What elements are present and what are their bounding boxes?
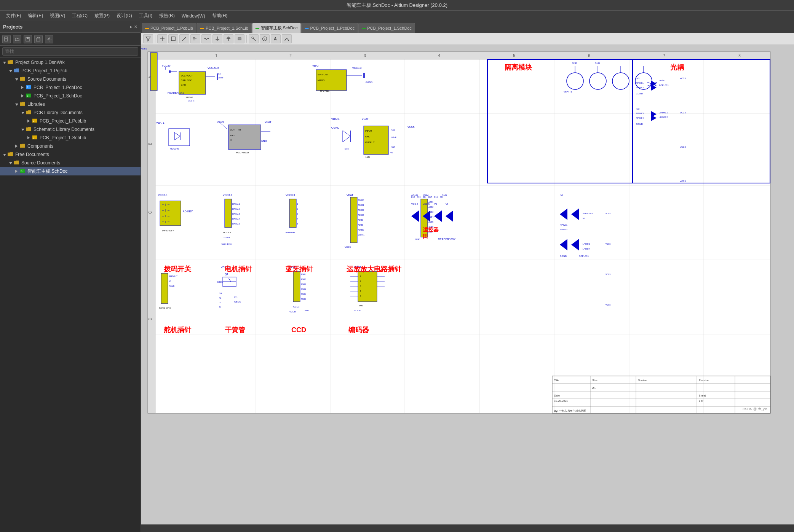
svg-text:GGND: GGND <box>366 81 373 83</box>
menu-item-WindowW[interactable]: Window(W) <box>179 13 208 19</box>
toolbar-separator-1 <box>155 35 155 43</box>
svg-text:LP8MJ.1: LP8MJ.1 <box>232 203 240 205</box>
menu-item-C[interactable]: 工程(C) <box>69 12 91 20</box>
tab-2[interactable]: ▬智能车主板.SchDoc <box>252 23 301 33</box>
tree-label-11: Free Documents <box>15 152 49 157</box>
tree-item-2[interactable]: Source Documents <box>0 75 141 83</box>
close-project-btn[interactable] <box>34 35 43 43</box>
svg-text:RPIM.1: RPIM.1 <box>560 224 568 226</box>
wire-tool-btn[interactable] <box>157 34 167 43</box>
bus-tool-btn[interactable] <box>235 34 244 43</box>
svg-text:3: 3 <box>360 285 361 287</box>
menu-item-R[interactable]: 报告(R) <box>156 12 178 20</box>
svg-text:RCPL531: RCPL531 <box>659 84 669 86</box>
tree-item-3[interactable]: PPCB_Project_1.PcbDoc <box>0 83 141 92</box>
svg-text:GND: GND <box>261 140 267 142</box>
svg-text:LP8MJ.2: LP8MJ.2 <box>232 208 240 210</box>
sch-canvas[interactable]: 1 2 3 4 5 6 7 8 A B C D <box>141 45 794 524</box>
svg-text:V5: V5 <box>446 203 449 205</box>
svg-text:INPUT: INPUT <box>365 130 372 132</box>
tree-icon-3: P <box>26 85 32 90</box>
svg-text:motir-drive: motir-drive <box>221 243 232 245</box>
svg-text:IV3: IV3 <box>636 108 640 110</box>
svg-text:READER 1X2: READER 1X2 <box>168 91 184 94</box>
svg-text:VCC-5: VCC-5 <box>423 203 430 205</box>
line-tool-btn[interactable] <box>179 34 189 43</box>
tree-item-6[interactable]: PCB Library Documents <box>0 108 141 117</box>
pin-icon[interactable]: ▸ <box>130 24 133 29</box>
open-project-btn[interactable] <box>13 35 21 43</box>
tab-label-0: PCB_Project_1.PcbLib <box>150 26 193 30</box>
tree-item-1[interactable]: PCB_Project_1.PrjPcb <box>0 67 141 75</box>
tree-item-7[interactable]: LPCB_Project_1.PcbLib <box>0 117 141 125</box>
tab-3[interactable]: ▬PCB_Project_1.PcbDoc <box>301 23 358 33</box>
multiline-tool-btn[interactable] <box>190 34 200 43</box>
text-tool-btn[interactable]: A <box>271 34 281 43</box>
menu-item-E[interactable]: 编辑(E) <box>25 12 46 20</box>
svg-text:RPIM.4: RPIM.4 <box>636 117 644 119</box>
menu-item-H[interactable]: 帮助(H) <box>209 12 231 20</box>
search-input[interactable] <box>2 47 138 56</box>
tab-0[interactable]: ▬PCB_Project_1.PcbLib <box>142 23 197 33</box>
svg-text:5M1: 5M1 <box>305 309 309 312</box>
svg-text:LP8MJ.4: LP8MJ.4 <box>583 248 590 250</box>
tree-item-5[interactable]: Libraries <box>0 100 141 108</box>
svg-text:L: L <box>33 119 34 122</box>
new-project-btn[interactable] <box>2 35 11 43</box>
tree-item-4[interactable]: SPCB_Project_1.SchDoc <box>0 92 141 100</box>
label-encoder: 编码器 <box>348 326 369 334</box>
menu-item-F[interactable]: 文件(F) <box>3 12 24 20</box>
svg-text:IV3: IV3 <box>560 194 564 196</box>
svg-text:VBAT: VBAT <box>362 118 369 120</box>
menu-bar: 文件(F)编辑(E)视图(V)工程(C)放置(P)设计(D)工具(I)报告(R)… <box>0 11 794 21</box>
filter-tool-btn[interactable] <box>143 34 153 43</box>
menu-item-P[interactable]: 放置(P) <box>91 12 113 20</box>
settings-btn[interactable] <box>45 35 53 43</box>
svg-text:VCC5: VCC5 <box>407 126 415 128</box>
tree-item-8[interactable]: Schematic Library Documents <box>0 125 141 134</box>
search-bar <box>0 46 141 57</box>
save-project-btn[interactable] <box>24 35 32 43</box>
ground-tool-btn[interactable] <box>212 34 222 43</box>
right-panel: ▬PCB_Project_1.PcbLib▬PCB_Project_1.SchL… <box>141 21 794 532</box>
svg-text:B: B <box>148 142 152 145</box>
tree-item-9[interactable]: LPCB_Project_1.SchLib <box>0 134 141 142</box>
svg-text:VCC3.3: VCC3.3 <box>352 67 362 69</box>
svg-text:Revision: Revision <box>699 379 709 382</box>
svg-text:VCC3.3: VCC3.3 <box>223 194 232 196</box>
project-tree: Project Group 1.DsnWrkPCB_Project_1.PrjP… <box>0 57 141 532</box>
tab-4[interactable]: ▬PCB_Project_1.SchDoc <box>358 23 415 33</box>
close-panel-icon[interactable]: ✕ <box>134 24 137 29</box>
svg-rect-196 <box>350 197 357 243</box>
panel-header: Projects ▸ ✕ <box>0 21 141 33</box>
tab-label-1: PCB_Project_1.SchLib <box>206 26 248 30</box>
power-tool-btn[interactable] <box>224 34 233 43</box>
tree-item-12[interactable]: Source Documents <box>0 159 141 167</box>
svg-text:GND: GND <box>595 62 600 64</box>
menu-item-I[interactable]: 工具(I) <box>136 12 155 20</box>
wave-tool-btn[interactable] <box>201 34 211 43</box>
info-tool-btn[interactable]: i <box>260 34 270 43</box>
svg-text:2: 2 <box>360 280 361 282</box>
rect-tool-btn[interactable] <box>168 34 178 43</box>
arc-tool-btn[interactable] <box>282 34 292 43</box>
svg-text:ADE21: ADE21 <box>358 204 364 206</box>
svg-rect-19 <box>171 37 175 41</box>
svg-text:4: 4 <box>438 54 440 58</box>
svg-text:C12: C12 <box>391 129 395 131</box>
tab-1[interactable]: ▬PCB_Project_1.SchLib <box>197 23 252 33</box>
svg-text:GND: GND <box>365 135 371 138</box>
tree-item-10[interactable]: Components <box>0 142 141 150</box>
tree-item-0[interactable]: Project Group 1.DsnWrk <box>0 58 141 67</box>
watermark: CSDN @ rfr_yin <box>743 407 767 411</box>
probe-tool-btn[interactable] <box>249 34 259 43</box>
menu-item-V[interactable]: 视图(V) <box>47 12 68 20</box>
menu-item-D[interactable]: 设计(D) <box>113 12 135 20</box>
tree-item-11[interactable]: Free Documents <box>0 150 141 159</box>
tree-item-13[interactable]: S智能车主板.SchDoc <box>0 167 141 175</box>
svg-text:READER100X1: READER100X1 <box>438 238 457 241</box>
tree-label-4: PCB_Project_1.SchDoc <box>34 93 82 99</box>
svg-text:OUTPUT: OUTPUT <box>365 141 375 143</box>
status-bar <box>141 524 794 532</box>
svg-text:VCC5: VCC5 <box>605 273 611 276</box>
